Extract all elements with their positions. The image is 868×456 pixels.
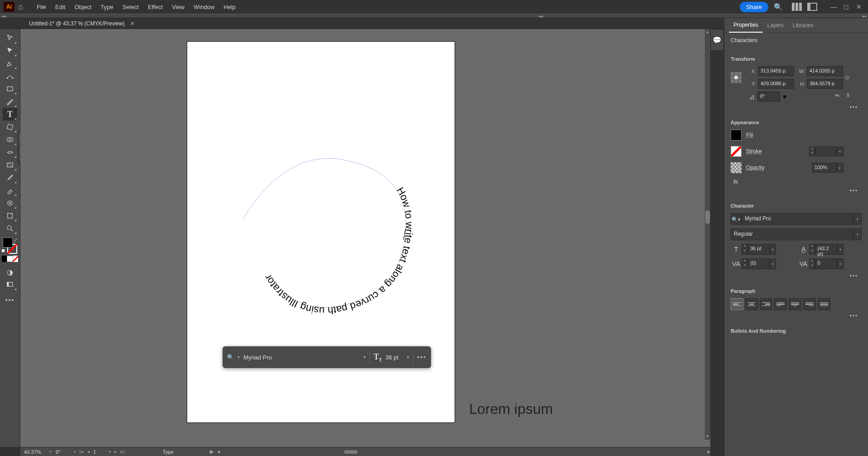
scroll-thumb[interactable] — [705, 210, 710, 224]
fill-color-swatch[interactable] — [731, 130, 742, 141]
font-size-field[interactable]: 36 pt — [385, 354, 403, 361]
character-more-icon[interactable]: ••• — [731, 273, 862, 279]
font-size-dropdown-icon[interactable]: ▾ — [407, 355, 409, 359]
link-wh-icon[interactable]: ⊘ — [845, 74, 854, 81]
angle-field[interactable]: 0° — [757, 92, 780, 102]
rectangle-tool[interactable] — [3, 82, 17, 95]
collapse-left-icon[interactable]: ▸▸ — [2, 14, 6, 19]
transform-more-icon[interactable]: ••• — [731, 104, 862, 111]
screen-mode-icon[interactable] — [3, 278, 17, 291]
align-left-button[interactable] — [731, 298, 743, 310]
font-filter-dropdown-icon[interactable]: ▾ — [238, 355, 240, 359]
color-swatch[interactable] — [2, 256, 7, 262]
play-icon[interactable]: ▶ — [174, 449, 213, 455]
kerning-dropdown-icon[interactable]: ▾ — [770, 258, 776, 269]
artboard-tool[interactable] — [3, 209, 17, 222]
menu-window[interactable]: Window — [189, 2, 219, 12]
none-swatch[interactable] — [13, 256, 18, 262]
eyedropper-tool[interactable] — [3, 171, 17, 184]
font-search-icon[interactable]: 🔍 — [227, 354, 234, 360]
menu-select[interactable]: Select — [118, 2, 143, 12]
justify-left-button[interactable] — [774, 298, 787, 310]
scroll-right-icon[interactable]: ▶ — [708, 450, 710, 454]
selection-tool[interactable] — [3, 32, 17, 44]
gradient-tool[interactable] — [3, 159, 17, 171]
curvature-tool[interactable] — [3, 70, 17, 82]
opacity-label[interactable]: Opacity — [746, 165, 765, 171]
scroll-up-icon[interactable]: ▲ — [705, 29, 710, 35]
draw-mode-icon[interactable]: ◑ — [3, 266, 17, 278]
rotation-dropdown-icon[interactable]: ▾ — [72, 450, 78, 454]
fill-stroke-control[interactable]: ⤢ — [3, 238, 17, 254]
direct-selection-tool[interactable] — [3, 44, 17, 57]
first-artboard-icon[interactable]: |◂ — [78, 449, 85, 455]
maximize-button[interactable]: ◻ — [841, 3, 852, 10]
leading-stepper[interactable]: ▲▼ — [809, 244, 815, 255]
edit-toolbar-icon[interactable]: ••• — [3, 296, 17, 303]
artboard-number[interactable]: 1 — [92, 449, 107, 455]
next-artboard-icon[interactable]: ▸ — [112, 449, 119, 455]
font-size-stepper[interactable]: ▲▼ — [742, 244, 748, 255]
search-icon[interactable]: 🔍 — [774, 3, 783, 11]
x-field[interactable]: 313.8455 p — [758, 66, 794, 76]
lorem-text-object[interactable]: Lorem ipsum — [469, 401, 553, 417]
angle-dropdown-icon[interactable]: ▾ — [783, 92, 786, 101]
prev-artboard-icon[interactable]: ◂ — [85, 449, 92, 455]
home-icon[interactable]: ⌂ — [18, 2, 23, 12]
flip-horizontal-icon[interactable]: ⇋ — [833, 92, 842, 101]
char-style-field[interactable]: Regular — [731, 228, 853, 240]
justify-all-button[interactable] — [818, 298, 830, 310]
tracking-field[interactable]: 0 — [815, 258, 837, 269]
menu-edit[interactable]: Edit — [51, 2, 70, 12]
menu-file[interactable]: File — [32, 2, 51, 12]
char-size-field[interactable]: 36 pt — [748, 244, 770, 255]
last-artboard-icon[interactable]: ▸| — [119, 449, 126, 455]
tab-properties[interactable]: Properties — [729, 18, 763, 33]
paintbrush-tool[interactable] — [3, 95, 17, 108]
scroll-down-icon[interactable]: ▼ — [705, 433, 710, 440]
workspace-switcher-icon[interactable] — [807, 3, 817, 11]
menu-effect[interactable]: Effect — [143, 2, 167, 12]
stroke-weight-dropdown-icon[interactable]: ▾ — [836, 146, 844, 156]
h-field[interactable]: 364.5579 p — [807, 79, 843, 89]
tab-layers[interactable]: Layers — [763, 19, 788, 32]
menu-help[interactable]: Help — [219, 2, 240, 12]
canvas[interactable]: How to write text along a curved path us… — [20, 29, 710, 447]
scroll-left-icon[interactable]: ◀ — [217, 450, 220, 454]
tracking-stepper[interactable]: ▲▼ — [809, 258, 815, 269]
menu-view[interactable]: View — [167, 2, 189, 12]
horizontal-scrollbar[interactable]: ◀ ▶ — [217, 450, 710, 454]
artboard-dropdown-icon[interactable]: ▾ — [107, 450, 112, 454]
fill-swatch[interactable] — [3, 238, 13, 247]
font-family-dropdown-icon[interactable]: ▾ — [364, 355, 366, 359]
paragraph-more-icon[interactable]: ••• — [731, 313, 862, 319]
stroke-weight-stepper[interactable]: ▲▼ — [809, 146, 815, 156]
menu-type[interactable]: Type — [96, 2, 118, 12]
align-center-button[interactable] — [745, 298, 758, 310]
arrange-documents-icon[interactable] — [792, 3, 802, 11]
font-family-field[interactable]: Myriad Pro — [243, 354, 360, 361]
zoom-dropdown-icon[interactable]: ▾ — [48, 450, 53, 454]
char-font-field[interactable]: Myriad Pro — [742, 213, 853, 225]
fx-button[interactable]: fx. — [731, 179, 862, 185]
symbol-sprayer-tool[interactable] — [3, 197, 17, 209]
hscroll-thumb[interactable] — [344, 450, 358, 454]
eraser-tool[interactable] — [3, 184, 17, 197]
gradient-swatch[interactable] — [7, 256, 13, 262]
opacity-dropdown-icon[interactable]: ▸ — [836, 163, 844, 173]
char-style-dropdown-icon[interactable]: ▾ — [853, 228, 862, 240]
stroke-label[interactable]: Stroke — [746, 148, 762, 155]
pen-tool[interactable] — [3, 57, 17, 70]
text-on-path-object[interactable]: How to write text along a curved path us… — [233, 142, 424, 324]
document-tab[interactable]: Untitled-1* @ 43.37 % (CMYK/Preview) ✕ — [24, 19, 139, 29]
reference-point-selector[interactable] — [731, 72, 742, 83]
zoom-level[interactable]: 43.37% — [20, 449, 48, 455]
tracking-dropdown-icon[interactable]: ▾ — [837, 258, 844, 269]
stroke-weight-field[interactable] — [815, 146, 836, 156]
close-tab-icon[interactable]: ✕ — [130, 20, 135, 27]
minimize-button[interactable]: — — [828, 3, 839, 10]
leading-dropdown-icon[interactable]: ▾ — [837, 244, 844, 255]
justify-center-button[interactable] — [789, 298, 801, 310]
appearance-more-icon[interactable]: ••• — [731, 188, 862, 194]
y-field[interactable]: 429.0086 p — [758, 79, 794, 89]
